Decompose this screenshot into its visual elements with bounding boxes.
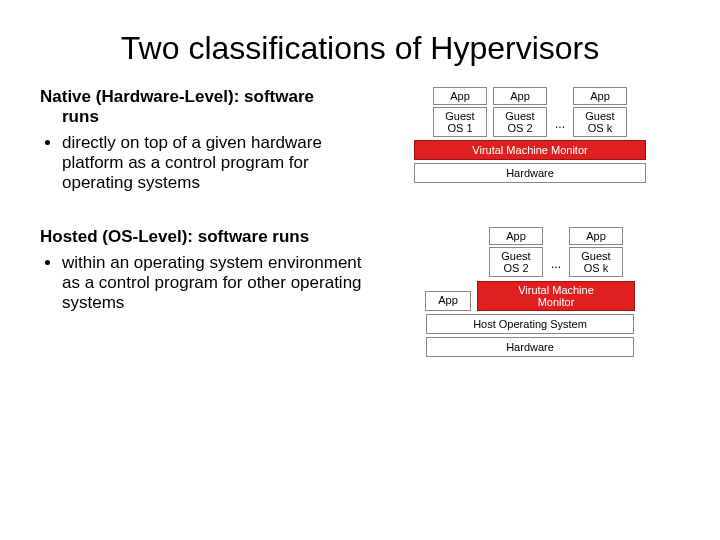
guest-stack-1: App Guest OS 1 (433, 87, 487, 137)
native-guest-row: App Guest OS 1 App Guest OS 2 ... App Gu… (414, 87, 646, 137)
guest-os-box: Guest OS k (573, 107, 627, 137)
app-box: App (425, 291, 471, 311)
vmm-box: Virutal Machine Monitor (477, 281, 635, 311)
hosted-left-app: App (425, 291, 471, 311)
hosted-heading: Hosted (OS-Level): software runs (40, 227, 380, 247)
hosted-top-row: App App Guest OS 2 ... App (425, 227, 635, 311)
hosted-section: Hosted (OS-Level): software runs within … (40, 227, 680, 357)
guest-stack-2: App Guest OS 2 (493, 87, 547, 137)
native-heading-line1: Native (Hardware-Level): software (40, 87, 314, 106)
native-section: Native (Hardware-Level): software runs d… (40, 87, 680, 197)
guest-os-box: Guest OS 2 (493, 107, 547, 137)
slide: Two classifications of Hypervisors Nativ… (0, 0, 720, 407)
hosted-guest-row: App Guest OS 2 ... App Guest OS k (477, 227, 635, 277)
native-text: Native (Hardware-Level): software runs d… (40, 87, 400, 197)
ellipsis: ... (549, 257, 563, 277)
hosted-diagram: App App Guest OS 2 ... App (400, 227, 660, 357)
content-area: Native (Hardware-Level): software runs d… (40, 87, 680, 387)
hosted-bullet: within an operating system environment a… (62, 253, 380, 313)
native-bullets: directly on top of a given hardware plat… (40, 133, 380, 193)
slide-title: Two classifications of Hypervisors (40, 30, 680, 67)
guest-stack-k: App Guest OS k (573, 87, 627, 137)
app-box: App (569, 227, 623, 245)
native-bullet: directly on top of a given hardware plat… (62, 133, 380, 193)
app-box: App (573, 87, 627, 105)
native-heading-line2: runs (40, 107, 380, 127)
hosted-right-group: App Guest OS 2 ... App Guest OS k (477, 227, 635, 311)
hardware-box: Hardware (426, 337, 634, 357)
app-box: App (433, 87, 487, 105)
ellipsis: ... (553, 117, 567, 137)
guest-os-box: Guest OS 1 (433, 107, 487, 137)
vmm-line2: Monitor (538, 296, 575, 308)
native-diagram: App Guest OS 1 App Guest OS 2 ... App Gu… (400, 87, 660, 186)
hardware-box: Hardware (414, 163, 646, 183)
hosted-text: Hosted (OS-Level): software runs within … (40, 227, 400, 317)
app-box: App (493, 87, 547, 105)
guest-os-box: Guest OS k (569, 247, 623, 277)
vmm-box: Virutal Machine Monitor (414, 140, 646, 160)
guest-stack-k: App Guest OS k (569, 227, 623, 277)
vmm-line1: Virutal Machine (518, 284, 594, 296)
host-os-box: Host Operating System (426, 314, 634, 334)
guest-stack-2: App Guest OS 2 (489, 227, 543, 277)
guest-os-box: Guest OS 2 (489, 247, 543, 277)
hosted-bullets: within an operating system environment a… (40, 253, 380, 313)
native-heading: Native (Hardware-Level): software runs (40, 87, 380, 127)
app-box: App (489, 227, 543, 245)
